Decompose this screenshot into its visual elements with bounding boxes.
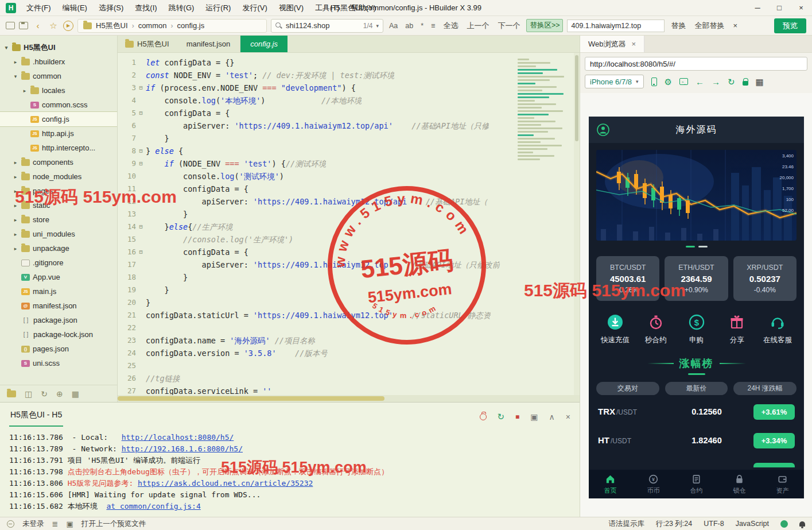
user-profile-icon[interactable] bbox=[597, 123, 609, 136]
whole-word-icon[interactable]: ab bbox=[403, 21, 415, 30]
refresh-icon[interactable]: ↻ bbox=[498, 412, 505, 421]
column-change[interactable]: 24H 涨跌幅 bbox=[733, 382, 797, 395]
code-line-25[interactable]: 25 bbox=[118, 359, 580, 372]
carousel-dot[interactable] bbox=[698, 246, 708, 247]
close-button[interactable]: × bbox=[790, 0, 812, 16]
match-case-icon[interactable]: Aa bbox=[387, 21, 399, 30]
code-line-6[interactable]: 6 apiServer: 'https://409.1.haiwaiym12.t… bbox=[118, 119, 580, 132]
feature-customer-service[interactable]: 在线客服 bbox=[762, 314, 794, 345]
market-card-BTC/USDT[interactable]: BTC/USDT45003.61-0.26% bbox=[596, 256, 659, 301]
chevron-right-icon[interactable]: ▸ bbox=[13, 188, 18, 194]
code-line-26[interactable]: 26//tg链接 bbox=[118, 372, 580, 385]
cursor-position[interactable]: 行:23 列:24 bbox=[656, 519, 692, 529]
code-line-1[interactable]: 1let configData = {} bbox=[118, 56, 580, 69]
chevron-right-icon[interactable]: ▸ bbox=[13, 174, 18, 180]
code-line-21[interactable]: 21configData.staticUrl = 'https://409.1.… bbox=[118, 309, 580, 322]
browser-tab[interactable]: Web浏览器 × bbox=[580, 36, 644, 52]
back-icon[interactable]: ‹ bbox=[32, 21, 44, 30]
tree-item-unpackage[interactable]: ▸unpackage bbox=[0, 241, 117, 256]
regex-icon[interactable]: * bbox=[419, 21, 425, 30]
back-arrow-icon[interactable]: ← bbox=[696, 78, 704, 86]
editor-vertical-scrollbar[interactable] bbox=[574, 53, 580, 395]
account-icon[interactable] bbox=[7, 520, 14, 528]
fold-icon[interactable]: ⊟ bbox=[136, 145, 146, 157]
syntax-library[interactable]: 语法提示库 bbox=[608, 519, 644, 529]
star-icon[interactable]: ☆ bbox=[48, 21, 59, 31]
fold-icon[interactable]: ⊟ bbox=[136, 107, 146, 119]
tree-item-pages[interactable]: ▸pages bbox=[0, 184, 117, 198]
refresh-icon[interactable]: ↻ bbox=[728, 78, 735, 86]
code-line-20[interactable]: 20} bbox=[118, 296, 580, 309]
fold-icon[interactable]: ⊟ bbox=[136, 82, 146, 94]
run-icon[interactable]: ▶ bbox=[63, 21, 73, 31]
tree-item-http.intercepto...[interactable]: http.intercepto... bbox=[0, 141, 117, 155]
code-line-12[interactable]: 12 apiServer: 'https://409.1.haiwaiym12.… bbox=[118, 195, 580, 208]
tree-item-.hbuilderx[interactable]: ▸.hbuilderx bbox=[0, 55, 117, 69]
code-line-19[interactable]: 19 } bbox=[118, 284, 580, 296]
chevron-right-icon[interactable]: ▸ bbox=[13, 59, 18, 65]
console-link[interactable]: at common/config.js:4 bbox=[106, 502, 200, 510]
board-row-HT[interactable]: HT/USDT1.82460+3.34% bbox=[589, 426, 804, 455]
search-value[interactable]: shi1124.shop bbox=[286, 21, 329, 30]
chevron-right-icon[interactable]: ▸ bbox=[13, 231, 18, 237]
gear-icon[interactable]: ⚙ bbox=[665, 78, 672, 86]
chevron-right-icon[interactable]: ▸ bbox=[13, 246, 18, 252]
nav-contract[interactable]: 合约 bbox=[675, 470, 718, 498]
menu-item-3[interactable]: 查找(I) bbox=[129, 0, 162, 16]
grid-icon[interactable]: ▦ bbox=[72, 389, 79, 399]
fold-icon[interactable]: ⊟ bbox=[136, 246, 146, 258]
next-button[interactable]: 下一个 bbox=[495, 20, 522, 32]
menu-item-2[interactable]: 选择(S) bbox=[93, 0, 129, 16]
menu-item-6[interactable]: 发行(V) bbox=[236, 0, 273, 16]
breadcrumb-file[interactable]: config.js bbox=[177, 21, 204, 30]
tree-item-.gitignore[interactable]: .gitignore bbox=[0, 256, 117, 270]
console-link[interactable]: http://192.168.1.6:8080/h5/ bbox=[122, 444, 243, 453]
tree-item-pages.json[interactable]: pages.json bbox=[0, 342, 117, 356]
chevron-right-icon[interactable]: ▸ bbox=[13, 217, 18, 223]
breadcrumb[interactable]: H5黑色UI › common › config.js bbox=[77, 19, 267, 33]
nav-assets[interactable]: 资产 bbox=[761, 470, 804, 498]
menu-item-1[interactable]: 编辑(E) bbox=[57, 0, 93, 16]
tree-item-manifest.json[interactable]: manifest.json bbox=[0, 299, 117, 313]
save-icon[interactable] bbox=[19, 22, 28, 29]
tree-item-http.api.js[interactable]: http.api.js bbox=[0, 126, 117, 141]
tree-item-common[interactable]: ▾common bbox=[0, 69, 117, 83]
code-line-17[interactable]: 17 apiServer: 'https://409.1.haiwaiym12.… bbox=[118, 258, 580, 271]
chevron-down-icon[interactable]: ▾ bbox=[13, 73, 18, 79]
screenshot-icon[interactable]: ▣ bbox=[530, 413, 538, 421]
preview-button[interactable]: 预览 bbox=[774, 18, 806, 33]
menu-item-7[interactable]: 视图(V) bbox=[273, 0, 309, 16]
tree-item-static[interactable]: ▸static bbox=[0, 198, 117, 212]
menu-item-0[interactable]: 文件(F) bbox=[21, 0, 57, 16]
column-pair[interactable]: 交易对 bbox=[596, 382, 659, 395]
market-chart-banner[interactable]: 3,40023.4620,0001,70010052.00 bbox=[596, 150, 797, 241]
chevron-right-icon[interactable]: ▸ bbox=[13, 160, 18, 165]
debug-icon[interactable] bbox=[480, 413, 487, 420]
code-line-8[interactable]: 8⊟} else { bbox=[118, 145, 580, 157]
close-search-icon[interactable]: × bbox=[731, 20, 740, 31]
editor-horizontal-scrollbar[interactable] bbox=[118, 395, 580, 402]
nav-lockup[interactable]: 锁仓 bbox=[718, 470, 761, 498]
minimize-button[interactable]: ─ bbox=[747, 0, 768, 16]
chevron-right-icon[interactable]: ▸ bbox=[13, 203, 18, 208]
code-line-13[interactable]: 13 } bbox=[118, 208, 580, 220]
select-all-button[interactable]: 全选 bbox=[441, 20, 460, 32]
menu-item-4[interactable]: 跳转(G) bbox=[163, 0, 200, 16]
code-line-5[interactable]: 5⊟ configData = { bbox=[118, 107, 580, 119]
feature-share[interactable]: 分享 bbox=[721, 314, 753, 345]
editor-tab-manifest.json[interactable]: manifest.json bbox=[177, 36, 241, 52]
url-input[interactable] bbox=[585, 57, 807, 71]
update-indicator-icon[interactable] bbox=[780, 520, 788, 528]
list-icon[interactable]: ≡ bbox=[429, 21, 437, 30]
carousel-dot-active[interactable] bbox=[686, 246, 695, 247]
code-line-27[interactable]: 27configData.serviceLink = '' bbox=[118, 385, 580, 395]
tree-item-store[interactable]: ▸store bbox=[0, 212, 117, 227]
market-card-ETH/USDT[interactable]: ETH/USDT2364.59+0.90% bbox=[665, 256, 728, 301]
tree-item-config.js[interactable]: config.js bbox=[0, 112, 117, 126]
code-line-4[interactable]: 4 console.log('本地环境') //本地环境 bbox=[118, 94, 580, 107]
code-line-7[interactable]: 7 } bbox=[118, 132, 580, 145]
market-card-XRP/USDT[interactable]: XRP/USDT0.50237-0.40% bbox=[733, 256, 797, 301]
breadcrumb-project[interactable]: H5黑色UI bbox=[96, 21, 128, 31]
minimap[interactable] bbox=[518, 59, 570, 160]
feature-second-contract[interactable]: 秒合约 bbox=[640, 314, 672, 345]
